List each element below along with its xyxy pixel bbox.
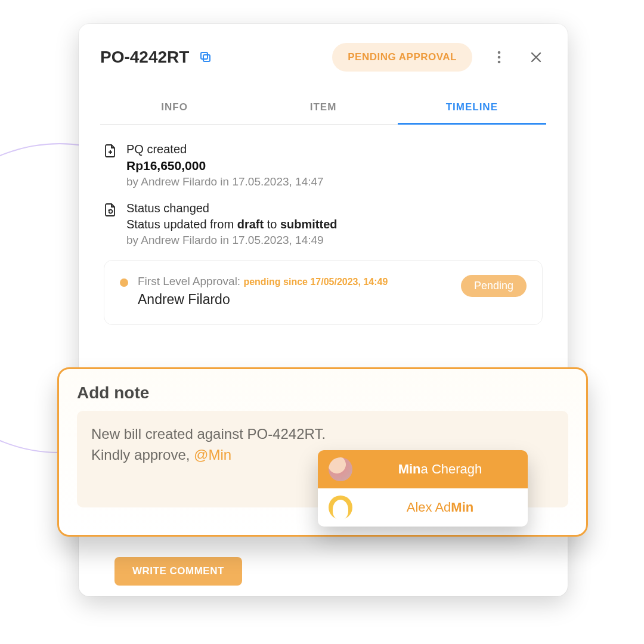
mention-1-rest: a Cheragh [421, 462, 482, 476]
approval-label-row: First Level Approval: pending since 17/0… [138, 275, 388, 288]
write-comment-button[interactable]: WRITE COMMENT [114, 557, 242, 586]
status-badge: PENDING APPROVAL [332, 43, 472, 72]
timeline-status-meta: by Andrew Filardo in 17.05.2023, 14:49 [126, 234, 337, 247]
note-mention-typed: @Min [194, 447, 231, 463]
mention-option-2-label: Alex AdMin [363, 500, 517, 515]
timeline-created-title: PQ created [126, 143, 324, 156]
tab-item[interactable]: ITEM [249, 93, 397, 124]
tabs: INFO ITEM TIMELINE [100, 93, 546, 125]
timeline-item-status: Status changed Status updated from draft… [104, 202, 543, 247]
mention-option-2[interactable]: Alex AdMin [318, 488, 528, 527]
timeline-list: PQ created Rp16,650,000 by Andrew Filard… [100, 125, 546, 325]
status-to: submitted [280, 218, 338, 231]
timeline-item-created: PQ created Rp16,650,000 by Andrew Filard… [104, 143, 543, 188]
copy-icon[interactable] [197, 49, 214, 66]
mention-2-bold: Min [451, 500, 473, 515]
status-text-pre: Status updated from [126, 218, 237, 231]
mention-1-bold: Min [398, 462, 421, 476]
status-from: draft [237, 218, 264, 231]
kebab-menu-icon[interactable] [489, 47, 509, 67]
timeline-created-amount: Rp16,650,000 [126, 159, 324, 173]
mention-2-pre: Alex Ad [407, 500, 451, 515]
status-dot-icon [120, 278, 128, 287]
avatar-icon [329, 457, 352, 481]
po-number-title: PO-4242RT [100, 48, 189, 67]
svg-point-2 [498, 51, 501, 54]
status-text-mid: to [264, 218, 280, 231]
svg-rect-1 [201, 52, 208, 59]
mention-suggestions: Mina Cheragh Alex AdMin [318, 450, 528, 527]
svg-point-4 [498, 61, 501, 64]
approval-approver: Andrew Filardo [138, 292, 388, 308]
tab-info[interactable]: INFO [100, 93, 249, 124]
file-refresh-icon [104, 203, 118, 217]
mention-option-1[interactable]: Mina Cheragh [318, 450, 528, 488]
tab-timeline[interactable]: TIMELINE [398, 93, 546, 125]
approval-badge: Pending [461, 275, 527, 297]
approval-since: pending since 17/05/2023, 14:49 [243, 277, 388, 287]
note-line1: New bill created against PO-4242RT. [91, 426, 326, 442]
timeline-created-meta: by Andrew Filardo in 17.05.2023, 14:47 [126, 175, 324, 188]
timeline-status-title: Status changed [126, 202, 337, 215]
note-line2-pre: Kindly approve, [91, 447, 194, 463]
close-icon[interactable] [526, 47, 546, 67]
add-note-title: Add note [77, 383, 568, 402]
timeline-status-text: Status updated from draft to submitted [126, 218, 337, 231]
file-plus-icon [104, 144, 118, 158]
approval-label: First Level Approval: [138, 275, 243, 287]
mention-option-1-label: Mina Cheragh [363, 462, 517, 477]
panel-header: PO-4242RT PENDING APPROVAL [100, 43, 546, 72]
svg-point-3 [498, 56, 501, 59]
avatar-icon [329, 496, 352, 519]
svg-rect-0 [203, 55, 210, 61]
approval-card: First Level Approval: pending since 17/0… [104, 260, 543, 325]
add-note-card: Add note New bill created against PO-424… [57, 367, 588, 537]
